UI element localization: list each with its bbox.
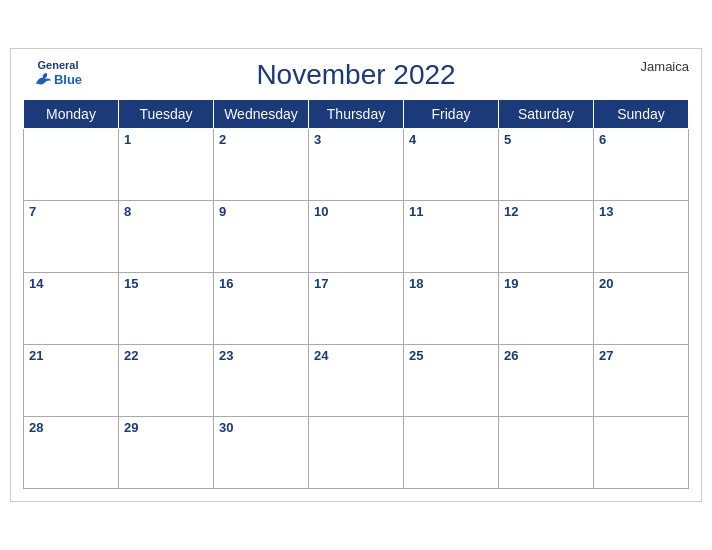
calendar-cell: 26 [499, 345, 594, 417]
calendar-cell: 12 [499, 201, 594, 273]
calendar-cell: 8 [119, 201, 214, 273]
calendar-cell: 22 [119, 345, 214, 417]
weekday-monday: Monday [24, 100, 119, 129]
calendar-cell: 11 [404, 201, 499, 273]
day-number: 4 [409, 132, 416, 147]
calendar-grid: Monday Tuesday Wednesday Thursday Friday… [23, 99, 689, 489]
calendar-cell: 23 [214, 345, 309, 417]
calendar-header: General Blue November 2022 Jamaica [23, 59, 689, 91]
calendar-cell: 29 [119, 417, 214, 489]
weekday-thursday: Thursday [309, 100, 404, 129]
day-number: 9 [219, 204, 226, 219]
day-number: 18 [409, 276, 423, 291]
calendar-cell: 10 [309, 201, 404, 273]
day-number: 19 [504, 276, 518, 291]
day-number: 29 [124, 420, 138, 435]
day-number: 11 [409, 204, 423, 219]
week-row-3: 14151617181920 [24, 273, 689, 345]
calendar-cell: 2 [214, 129, 309, 201]
day-number: 24 [314, 348, 328, 363]
day-number: 16 [219, 276, 233, 291]
calendar-cell: 13 [594, 201, 689, 273]
calendar-body: 1234567891011121314151617181920212223242… [24, 129, 689, 489]
day-number: 14 [29, 276, 43, 291]
day-number: 25 [409, 348, 423, 363]
day-number: 17 [314, 276, 328, 291]
week-row-1: 123456 [24, 129, 689, 201]
weekday-tuesday: Tuesday [119, 100, 214, 129]
calendar-cell: 14 [24, 273, 119, 345]
calendar-cell [499, 417, 594, 489]
calendar-cell: 3 [309, 129, 404, 201]
week-row-5: 282930 [24, 417, 689, 489]
calendar-cell: 5 [499, 129, 594, 201]
calendar-cell: 21 [24, 345, 119, 417]
weekday-wednesday: Wednesday [214, 100, 309, 129]
day-number: 22 [124, 348, 138, 363]
weekday-friday: Friday [404, 100, 499, 129]
day-number: 5 [504, 132, 511, 147]
day-number: 2 [219, 132, 226, 147]
logo-general-text: General [38, 59, 79, 71]
day-number: 20 [599, 276, 613, 291]
day-number: 8 [124, 204, 131, 219]
calendar-cell: 24 [309, 345, 404, 417]
calendar-cell: 20 [594, 273, 689, 345]
weekday-header-row: Monday Tuesday Wednesday Thursday Friday… [24, 100, 689, 129]
day-number: 30 [219, 420, 233, 435]
day-number: 3 [314, 132, 321, 147]
calendar-cell: 4 [404, 129, 499, 201]
calendar-cell [594, 417, 689, 489]
week-row-2: 78910111213 [24, 201, 689, 273]
logo-blue-text: Blue [34, 71, 82, 87]
calendar-cell: 30 [214, 417, 309, 489]
weekday-sunday: Sunday [594, 100, 689, 129]
day-number: 13 [599, 204, 613, 219]
calendar-cell [404, 417, 499, 489]
calendar-container: General Blue November 2022 Jamaica Monda… [10, 48, 702, 502]
calendar-cell: 7 [24, 201, 119, 273]
calendar-cell: 28 [24, 417, 119, 489]
day-number: 26 [504, 348, 518, 363]
day-number: 21 [29, 348, 43, 363]
calendar-cell: 27 [594, 345, 689, 417]
calendar-cell: 6 [594, 129, 689, 201]
day-number: 7 [29, 204, 36, 219]
day-number: 10 [314, 204, 328, 219]
logo-bird-icon [34, 71, 52, 87]
day-number: 15 [124, 276, 138, 291]
calendar-cell: 18 [404, 273, 499, 345]
day-number: 12 [504, 204, 518, 219]
calendar-cell: 25 [404, 345, 499, 417]
day-number: 1 [124, 132, 131, 147]
week-row-4: 21222324252627 [24, 345, 689, 417]
calendar-cell [24, 129, 119, 201]
calendar-cell: 17 [309, 273, 404, 345]
day-number: 28 [29, 420, 43, 435]
calendar-cell: 15 [119, 273, 214, 345]
calendar-cell: 9 [214, 201, 309, 273]
calendar-title: November 2022 [256, 59, 455, 91]
country-label: Jamaica [641, 59, 689, 74]
calendar-cell: 16 [214, 273, 309, 345]
day-number: 27 [599, 348, 613, 363]
day-number: 23 [219, 348, 233, 363]
calendar-cell: 1 [119, 129, 214, 201]
day-number: 6 [599, 132, 606, 147]
calendar-cell: 19 [499, 273, 594, 345]
weekday-saturday: Saturday [499, 100, 594, 129]
calendar-cell [309, 417, 404, 489]
logo-area: General Blue [23, 59, 93, 87]
